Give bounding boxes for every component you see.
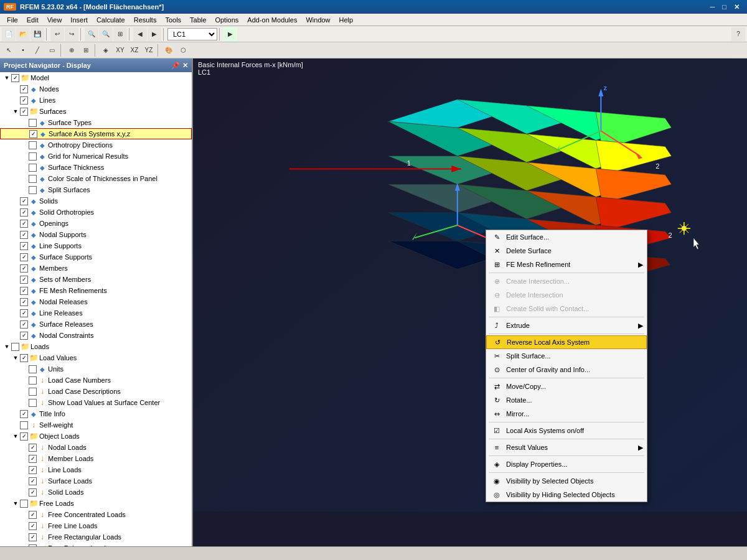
menu-item-view[interactable]: View (43, 15, 67, 25)
wire-btn[interactable]: ⬡ (176, 44, 190, 57)
open-btn[interactable]: 📂 (16, 27, 30, 41)
tree-item-load-case-numbers[interactable]: ↓Load Case Numbers (0, 375, 192, 386)
tree-item-nodes[interactable]: ◆Nodes (0, 83, 192, 95)
checkbox-color-scale[interactable] (29, 175, 37, 183)
checkbox-nodal-supports[interactable] (20, 231, 28, 239)
checkbox-surface-supports[interactable] (20, 253, 28, 261)
checkbox-model[interactable] (11, 74, 19, 82)
tree-item-solid-loads[interactable]: ↓Solid Loads (0, 487, 192, 498)
checkbox-surfaces[interactable] (20, 108, 28, 116)
tree-item-nodal-releases[interactable]: ◆Nodal Releases (0, 296, 192, 307)
checkbox-load-values[interactable] (20, 354, 28, 362)
select-btn[interactable]: ↖ (2, 44, 16, 57)
menu-item-file[interactable]: File (2, 15, 22, 25)
checkbox-loads[interactable] (11, 343, 19, 351)
checkbox-line-supports[interactable] (20, 242, 28, 250)
run-btn[interactable]: ▶ (223, 27, 237, 41)
tree-item-free-conc-loads[interactable]: ↓Free Concentrated Loads (0, 509, 192, 520)
tree-item-line-loads[interactable]: ↓Line Loads (0, 464, 192, 475)
checkbox-show-load-values[interactable] (29, 399, 37, 407)
checkbox-nodal-releases[interactable] (20, 298, 28, 306)
redo-btn[interactable]: ↪ (65, 27, 78, 41)
menu-item-options[interactable]: Options (210, 15, 243, 25)
checkbox-sets-members[interactable] (20, 276, 28, 284)
tree-item-title-info[interactable]: ◆Title Info (0, 408, 192, 419)
ctx-item-delete-intersection[interactable]: ⊖Delete Intersection (486, 288, 647, 302)
ctx-item-center-gravity[interactable]: ⊙Center of Gravity and Info... (486, 363, 647, 376)
tree-item-openings[interactable]: ◆Openings (0, 218, 192, 229)
checkbox-free-conc-loads[interactable] (29, 511, 37, 519)
ctx-item-create-intersection[interactable]: ⊕Create Intersection... (486, 274, 647, 288)
checkbox-member-loads[interactable] (29, 455, 37, 463)
tree-item-sets-members[interactable]: ◆Sets of Members (0, 274, 192, 285)
checkbox-free-loads[interactable] (20, 500, 28, 508)
checkbox-title-info[interactable] (20, 410, 28, 418)
tree-item-surface-types[interactable]: ◆Surface Types (0, 117, 192, 128)
ctx-item-visibility-selected[interactable]: ◉Visibility by Selected Objects (486, 474, 647, 488)
checkbox-object-loads[interactable] (20, 432, 28, 441)
tree-item-solid-ortho[interactable]: ◆Solid Orthotropies (0, 207, 192, 218)
tree-item-members[interactable]: ◆Members (0, 263, 192, 274)
tree-item-surface-supports[interactable]: ◆Surface Supports (0, 251, 192, 263)
tree-item-orthotropy[interactable]: ◆Orthotropy Directions (0, 139, 192, 151)
menu-item-results[interactable]: Results (129, 15, 161, 25)
ctx-item-delete-surface[interactable]: ✕Delete Surface (486, 244, 647, 258)
ctx-item-visibility-hiding[interactable]: ◎Visibility by Hiding Selected Objects (486, 488, 647, 502)
help-btn[interactable]: ? (731, 27, 745, 41)
menu-item-edit[interactable]: Edit (22, 15, 43, 25)
tree-item-line-releases[interactable]: ◆Line Releases (0, 307, 192, 319)
checkbox-solid-ortho[interactable] (20, 208, 28, 217)
checkbox-orthotropy[interactable] (29, 141, 37, 149)
tree-item-fe-mesh[interactable]: ◆FE Mesh Refinements (0, 285, 192, 296)
checkbox-fe-mesh[interactable] (20, 287, 28, 295)
checkbox-nodal-constraints[interactable] (20, 332, 28, 340)
checkbox-members[interactable] (20, 264, 28, 273)
expander-surfaces[interactable]: ▼ (11, 108, 20, 114)
new-btn[interactable]: 📄 (2, 27, 16, 41)
checkbox-surface-types[interactable] (29, 119, 37, 127)
render-btn[interactable]: 🎨 (162, 44, 176, 57)
tree-item-model[interactable]: ▼📁Model (0, 72, 192, 83)
close-btn[interactable]: ✕ (730, 3, 743, 11)
checkbox-units[interactable] (29, 365, 37, 373)
view-area[interactable]: Basic Internal Forces m-x [kNm/m] LC1 (193, 58, 747, 546)
tree-item-show-load-values[interactable]: ↓Show Load Values at Surface Center (0, 397, 192, 408)
checkbox-load-case-desc[interactable] (29, 388, 37, 396)
undo-btn[interactable]: ↩ (50, 27, 64, 41)
viewxz-btn[interactable]: XZ (128, 44, 141, 57)
tree-item-self-weight[interactable]: ↓Self-weight (0, 419, 192, 431)
zoom-in-btn[interactable]: 🔍 (85, 27, 98, 41)
menu-item-tools[interactable]: Tools (161, 15, 186, 25)
checkbox-nodal-loads[interactable] (29, 444, 37, 452)
tree-item-surface-releases[interactable]: ◆Surface Releases (0, 319, 192, 330)
checkbox-solids[interactable] (20, 197, 28, 205)
tree-item-grid-numerical[interactable]: ◆Grid for Numerical Results (0, 151, 192, 162)
checkbox-surface-axis[interactable] (29, 130, 37, 138)
checkbox-surface-thickness[interactable] (29, 164, 37, 172)
ctx-item-fe-mesh-ref[interactable]: ⊞FE Mesh Refinement▶ (486, 258, 647, 271)
ctx-item-mirror[interactable]: ⇔Mirror... (486, 407, 647, 421)
tree-item-split-surfaces[interactable]: ◆Split Surfaces (0, 184, 192, 195)
tree-item-surface-thickness[interactable]: ◆Surface Thickness (0, 162, 192, 173)
ctx-item-extrude[interactable]: ⤴Extrude▶ (486, 319, 647, 332)
maximize-btn[interactable]: □ (718, 3, 730, 11)
tree-item-surface-loads[interactable]: ↓Surface Loads (0, 475, 192, 487)
checkbox-nodes[interactable] (20, 85, 28, 93)
tree-item-units[interactable]: ◆Units (0, 363, 192, 375)
next-btn[interactable]: ▶ (148, 27, 161, 41)
checkbox-surface-loads[interactable] (29, 477, 37, 485)
checkbox-split-surfaces[interactable] (29, 186, 37, 194)
tree-item-lines[interactable]: ◆Lines (0, 95, 192, 106)
menu-item-window[interactable]: Window (301, 15, 334, 25)
menu-item-insert[interactable]: Insert (66, 15, 92, 25)
viewyz-btn[interactable]: YZ (142, 44, 156, 57)
pin-btn[interactable]: 📌 (171, 62, 180, 70)
ctx-item-split-surface[interactable]: ✂Split Surface... (486, 349, 647, 363)
tree-item-load-case-desc[interactable]: ↓Load Case Descriptions (0, 386, 192, 397)
panel-close-btn[interactable]: ✕ (182, 62, 188, 70)
tree-item-color-scale[interactable]: ◆Color Scale of Thicknesses in Panel (0, 173, 192, 184)
ctx-item-local-axis[interactable]: ☑Local Axis Systems on/off (486, 424, 647, 437)
tree-item-object-loads[interactable]: ▼📁Object Loads (0, 431, 192, 442)
prev-btn[interactable]: ◀ (133, 27, 147, 41)
menu-item-help[interactable]: Help (335, 15, 358, 25)
